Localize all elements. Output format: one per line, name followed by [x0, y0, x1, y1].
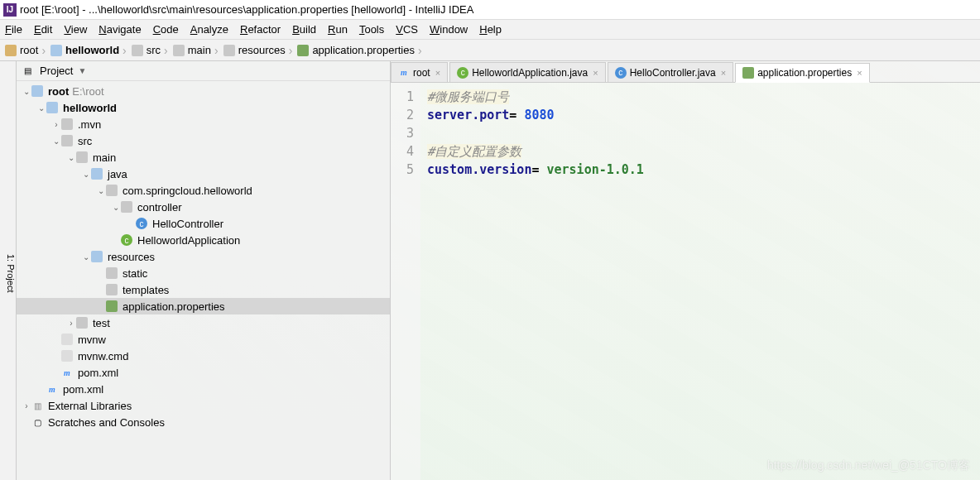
breadcrumb[interactable]: application.properties› [297, 44, 425, 57]
chevron-right-icon: › [164, 44, 168, 57]
editor-tab[interactable]: application.properties× [735, 63, 870, 83]
breadcrumb-label: resources [238, 44, 286, 56]
tree-label: mvnw [78, 334, 106, 346]
tree-twisty[interactable]: ⌄ [51, 137, 61, 146]
tree-twisty[interactable]: ⌄ [96, 186, 106, 195]
tree-item[interactable]: ⌄src [17, 132, 390, 149]
menu-tools[interactable]: Tools [359, 23, 384, 36]
editor-tab[interactable]: cHelloworldApplication.java× [449, 62, 606, 82]
code-line[interactable]: #自定义配置参数 [427, 142, 980, 161]
menu-vcs[interactable]: VCS [396, 23, 418, 36]
line-number: 3 [391, 124, 414, 142]
line-number: 2 [391, 106, 414, 124]
tree-item[interactable]: ⌄helloworld [17, 99, 390, 116]
menu-refactor[interactable]: Refactor [240, 23, 281, 36]
code-line[interactable]: custom.version= version-1.0.1 [427, 161, 980, 179]
tree-item[interactable]: application.properties [17, 298, 390, 314]
folder-icon [76, 317, 88, 329]
app-icon: IJ [3, 3, 17, 17]
breadcrumb[interactable]: root› [5, 44, 49, 57]
tree-label: HelloworldApplication [137, 234, 240, 247]
tree-twisty[interactable]: ⌄ [81, 252, 91, 262]
tree-twisty[interactable]: ⌄ [111, 203, 121, 212]
maven-icon: m [398, 67, 410, 79]
breadcrumb[interactable]: resources› [223, 44, 296, 57]
code-line[interactable]: #微服务端口号 [427, 88, 980, 106]
code-lines[interactable]: #微服务端口号server.port= 8080#自定义配置参数custom.v… [420, 83, 980, 480]
folder-icon [31, 85, 43, 97]
tree-item[interactable]: ›▥External Libraries [17, 397, 390, 414]
menu-run[interactable]: Run [328, 23, 348, 36]
menu-view[interactable]: View [64, 23, 87, 36]
tree-twisty[interactable]: ⌄ [22, 87, 31, 96]
menu-navigate[interactable]: Navigate [98, 23, 141, 36]
close-icon[interactable]: × [593, 68, 598, 78]
tree-item[interactable]: ›test [17, 314, 390, 331]
tree-label: test [93, 317, 110, 329]
tree-item[interactable]: ⌄main [17, 149, 390, 166]
tree-label: controller [137, 201, 181, 214]
tree-label: External Libraries [48, 400, 132, 412]
tree-item[interactable]: ⌄com.springcloud.helloworld [17, 182, 390, 199]
code-line[interactable] [427, 124, 980, 142]
folder-icon [106, 267, 118, 279]
tree-item[interactable]: ⌄rootE:\root [17, 83, 390, 99]
file-icon [61, 334, 73, 345]
tree-item[interactable]: templates [17, 281, 390, 298]
tree-item[interactable]: mvnw [17, 331, 390, 348]
tree-item[interactable]: ⌄controller [17, 199, 390, 215]
menu-analyze[interactable]: Analyze [190, 23, 228, 36]
breadcrumb-label: application.properties [312, 44, 415, 56]
library-icon: ▥ [31, 400, 43, 411]
close-icon[interactable]: × [435, 68, 440, 78]
chevron-down-icon[interactable]: ▼ [78, 66, 86, 75]
editor-tab[interactable]: cHelloController.java× [608, 62, 734, 82]
breadcrumb[interactable]: helloworld› [50, 44, 130, 57]
menu-help[interactable]: Help [479, 23, 502, 36]
tree-twisty[interactable]: › [22, 401, 31, 410]
chevron-right-icon: › [41, 44, 46, 57]
tab-label: root [413, 67, 430, 79]
tree-item[interactable]: static [17, 265, 390, 281]
tree-twisty[interactable]: › [51, 120, 61, 129]
tree-item[interactable]: ⌄resources [17, 248, 390, 265]
tree-label: root [48, 85, 69, 98]
tree-label: .mvn [78, 118, 101, 131]
editor-tab[interactable]: mroot× [391, 62, 448, 82]
menu-build[interactable]: Build [292, 23, 316, 36]
tree-item[interactable]: cHelloworldApplication [17, 232, 390, 248]
tree-item[interactable]: mvnw.cmd [17, 348, 390, 364]
tree-twisty[interactable]: ⌄ [36, 103, 46, 113]
project-header[interactable]: ▤ Project ▼ [17, 61, 390, 81]
tree-twisty[interactable]: ⌄ [81, 170, 91, 179]
tree-item[interactable]: cHelloController [17, 215, 390, 232]
folder-icon [106, 185, 118, 196]
breadcrumb[interactable]: main› [173, 44, 222, 57]
code-line[interactable]: server.port= 8080 [427, 106, 980, 124]
close-icon[interactable]: × [721, 68, 726, 78]
breadcrumb-label: helloworld [65, 44, 119, 56]
menu-edit[interactable]: Edit [34, 23, 52, 36]
folder-icon [223, 45, 235, 56]
tree-item[interactable]: ⌄java [17, 166, 390, 182]
tree-label: src [78, 135, 92, 147]
tree-twisty[interactable]: ⌄ [66, 153, 76, 162]
sidebar-tab-project[interactable]: 1: Project [0, 61, 17, 480]
tree-label: HelloController [152, 218, 223, 230]
breadcrumb[interactable]: src› [132, 44, 171, 57]
tree-item[interactable]: ›.mvn [17, 116, 390, 132]
tree-label: pom.xml [63, 383, 103, 396]
breadcrumb-bar: root›helloworld›src›main›resources›appli… [0, 40, 980, 61]
menu-file[interactable]: File [5, 23, 22, 36]
tree-item[interactable]: mpom.xml [17, 364, 390, 381]
code-area[interactable]: 12345 #微服务端口号server.port= 8080#自定义配置参数cu… [391, 83, 980, 480]
tree-item[interactable]: mpom.xml [17, 381, 390, 397]
tree-twisty[interactable]: › [66, 319, 76, 328]
class-icon: c [136, 218, 147, 229]
folder-icon [5, 45, 17, 56]
tree-item[interactable]: ▢Scratches and Consoles [17, 414, 390, 430]
close-icon[interactable]: × [857, 68, 862, 78]
menu-code[interactable]: Code [153, 23, 179, 36]
project-tree[interactable]: ⌄rootE:\root⌄helloworld›.mvn⌄src⌄main⌄ja… [17, 81, 390, 480]
menu-window[interactable]: Window [430, 23, 468, 36]
